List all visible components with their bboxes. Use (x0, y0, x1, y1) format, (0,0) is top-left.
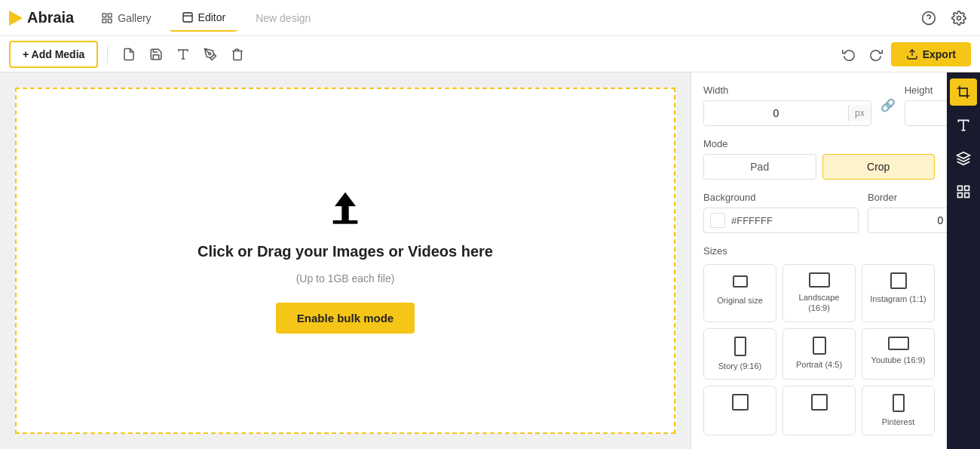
size-instagram-label: Instagram (1:1) (870, 294, 926, 304)
size-original[interactable]: Original size (703, 264, 776, 322)
crop-mode-button[interactable]: Crop (822, 154, 936, 180)
height-input-wrap: px (905, 100, 947, 126)
tab-gallery[interactable]: Gallery (89, 5, 163, 32)
size-extra-1[interactable] (703, 386, 776, 435)
sidebar-layers-icon (956, 151, 971, 166)
width-input[interactable] (704, 104, 848, 122)
add-media-button[interactable]: + Add Media (9, 41, 98, 68)
size-instagram-icon (890, 272, 907, 289)
background-color-input[interactable] (731, 215, 858, 226)
svg-rect-22 (960, 88, 967, 96)
editor-icon (182, 11, 194, 23)
size-landscape[interactable]: Landscape (16:9) (782, 264, 856, 322)
help-button[interactable] (917, 6, 941, 30)
size-extra-2[interactable] (782, 386, 856, 435)
drop-main-text: Click or Drag your Images or Videos here (198, 243, 493, 260)
border-col: Border px (868, 192, 947, 233)
drop-sub-text: (Up to 1GB each file) (296, 272, 395, 284)
width-col: Width px (703, 85, 871, 126)
bulk-mode-button[interactable]: Enable bulk mode (276, 303, 415, 334)
svg-rect-19 (733, 395, 748, 410)
size-youtube[interactable]: Youtube (16:9) (862, 328, 935, 380)
logo-icon (9, 11, 23, 26)
save-button[interactable] (144, 42, 168, 66)
height-col: Height px (905, 85, 947, 126)
logo: Abraia (9, 9, 74, 26)
svg-rect-2 (103, 19, 106, 23)
pen-tool-button[interactable] (198, 42, 222, 66)
upload-icon (324, 189, 366, 231)
svg-rect-1 (109, 14, 112, 17)
background-border-row: Background Border px (703, 192, 935, 233)
pad-mode-button[interactable]: Pad (703, 154, 816, 180)
border-label: Border (868, 192, 947, 203)
sizes-section: Sizes Original size Landscape (16:9) (703, 245, 935, 435)
gallery-icon (101, 12, 113, 24)
main-layout: Click or Drag your Images or Videos here… (0, 72, 980, 449)
sidebar-text-button[interactable] (950, 112, 977, 139)
logo-text: Abraia (27, 9, 74, 26)
delete-button[interactable] (225, 42, 250, 66)
link-dimensions-icon[interactable]: 🔗 (880, 98, 896, 112)
size-pinterest-icon (893, 394, 905, 412)
mode-section: Mode Pad Crop (703, 138, 935, 180)
tab-new-design: New design (243, 8, 323, 29)
border-input[interactable] (868, 211, 947, 229)
width-unit: px (848, 105, 871, 121)
size-landscape-label: Landscape (16:9) (788, 292, 850, 314)
sidebar-grid-button[interactable] (950, 178, 977, 205)
size-pinterest[interactable]: Pinterest (862, 386, 935, 435)
text-tool-icon (176, 48, 190, 61)
settings-button[interactable] (947, 6, 971, 30)
svg-marker-25 (957, 152, 970, 158)
canvas-area[interactable]: Click or Drag your Images or Videos here… (0, 72, 691, 449)
sidebar-layers-button[interactable] (950, 145, 977, 172)
svg-rect-27 (965, 186, 969, 191)
svg-rect-26 (958, 186, 963, 191)
svg-rect-17 (813, 337, 825, 354)
height-input[interactable] (905, 104, 947, 122)
undo-button[interactable] (837, 42, 861, 66)
sizes-grid: Original size Landscape (16:9) Instagram… (703, 264, 935, 435)
size-instagram[interactable]: Instagram (1:1) (862, 264, 935, 322)
size-story-icon (734, 337, 746, 356)
background-color-wrap (703, 208, 859, 233)
svg-rect-15 (891, 273, 906, 288)
undo-redo-group (837, 42, 888, 66)
size-youtube-icon (888, 337, 909, 350)
svg-rect-0 (103, 14, 106, 17)
tab-editor[interactable]: Editor (170, 5, 238, 32)
svg-point-7 (957, 16, 961, 20)
svg-rect-20 (812, 395, 827, 410)
text-tool-button[interactable] (171, 42, 195, 66)
sizes-label: Sizes (703, 245, 935, 257)
mode-buttons: Pad Crop (703, 154, 935, 180)
size-original-label: Original size (717, 295, 763, 306)
settings-icon (951, 11, 966, 26)
export-icon (906, 48, 918, 60)
size-portrait-label: Portrait (4:5) (796, 359, 842, 370)
sidebar-text-icon (956, 118, 971, 133)
redo-icon (869, 48, 883, 61)
help-icon (921, 11, 936, 26)
svg-rect-16 (735, 337, 746, 355)
size-pinterest-label: Pinterest (882, 417, 914, 427)
svg-rect-13 (733, 276, 747, 287)
new-file-button[interactable] (117, 42, 141, 66)
delete-icon (231, 48, 244, 61)
size-portrait[interactable]: Portrait (4:5) (782, 328, 856, 380)
sidebar-grid-icon (956, 184, 971, 199)
height-label: Height (905, 85, 947, 96)
size-landscape-icon (809, 272, 830, 288)
svg-rect-29 (965, 193, 969, 198)
redo-button[interactable] (864, 42, 888, 66)
export-button[interactable]: Export (891, 42, 971, 66)
dimensions-row: Width px 🔗 Height px (703, 85, 935, 126)
background-color-swatch[interactable] (710, 213, 725, 228)
size-story[interactable]: Story (9:16) (703, 328, 776, 380)
toolbar-divider-1 (107, 45, 108, 63)
sidebar-crop-button[interactable] (950, 78, 977, 106)
pen-tool-icon (204, 48, 217, 61)
canvas-dropzone[interactable]: Click or Drag your Images or Videos here… (15, 88, 675, 434)
size-story-label: Story (9:16) (718, 361, 761, 371)
